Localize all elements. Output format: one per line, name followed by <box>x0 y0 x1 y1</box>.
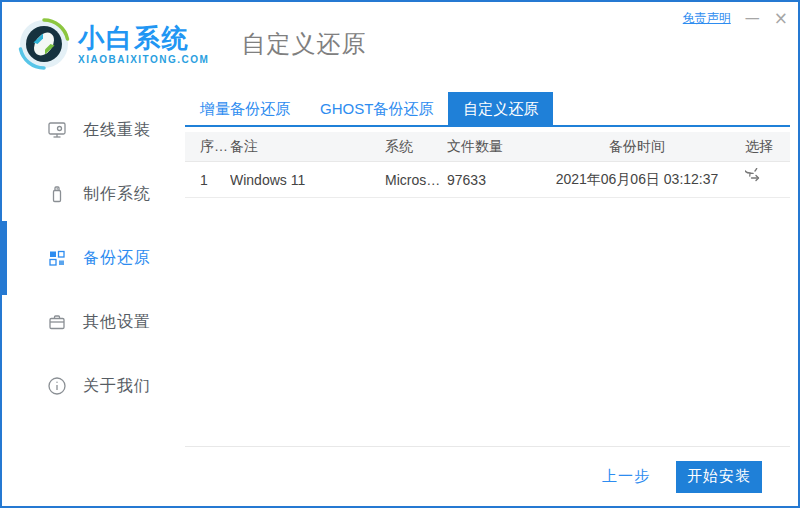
restore-icon[interactable] <box>745 168 765 188</box>
tab-incremental-backup-restore[interactable]: 增量备份还原 <box>185 92 305 125</box>
disclaimer-link[interactable]: 免责声明 <box>683 10 731 27</box>
close-icon[interactable]: × <box>774 11 788 26</box>
brand-text: 小白系统 XIAOBAIXITONG.COM <box>78 24 209 65</box>
page-title: 自定义还原 <box>241 28 366 60</box>
col-header-select: 选择 <box>740 138 790 156</box>
header: 小白系统 XIAOBAIXITONG.COM 自定义还原 <box>2 2 798 86</box>
sidebar-item-label: 制作系统 <box>83 184 151 205</box>
tab-ghost-backup-restore[interactable]: GHOST备份还原 <box>305 92 448 125</box>
active-indicator <box>2 221 7 295</box>
col-header-note: 备注 <box>230 138 385 156</box>
row-backup-time: 2021年06月06日 03:12:37 <box>540 171 740 189</box>
app-window: 免责声明 — × 小白系统 XIAOBAIXITONG.COM 自定义还原 <box>0 0 800 508</box>
sidebar-item-label: 备份还原 <box>83 248 151 269</box>
tab-custom-restore[interactable]: 自定义还原 <box>448 92 553 125</box>
row-select <box>740 168 790 191</box>
table-row: 1 Windows 11 Microsoft... 97633 2021年06月… <box>185 162 790 198</box>
content: 增量备份还原 GHOST备份还原 自定义还原 序号 备注 系统 文件数量 备份时… <box>185 86 798 506</box>
content-spacer <box>185 198 790 446</box>
col-header-system: 系统 <box>385 138 447 156</box>
sidebar-item-backup-restore[interactable]: 备份还原 <box>2 226 185 290</box>
col-header-backup-time: 备份时间 <box>540 138 740 156</box>
sidebar-item-online-reinstall[interactable]: 在线重装 <box>2 98 185 162</box>
row-index: 1 <box>185 172 230 188</box>
start-install-button[interactable]: 开始安装 <box>676 461 762 493</box>
col-header-file-count: 文件数量 <box>447 138 540 156</box>
minimize-icon[interactable]: — <box>745 11 760 26</box>
footer: 上一步 开始安装 <box>185 446 790 506</box>
sidebar-item-make-system[interactable]: 制作系统 <box>2 162 185 226</box>
sidebar-item-label: 在线重装 <box>83 120 151 141</box>
row-note: Windows 11 <box>230 172 385 188</box>
usb-drive-icon <box>46 183 68 205</box>
previous-step-button[interactable]: 上一步 <box>602 467 650 486</box>
sidebar: 在线重装 制作系统 备份还原 <box>2 86 185 506</box>
brand-domain: XIAOBAIXITONG.COM <box>78 54 209 65</box>
blocks-icon <box>46 247 68 269</box>
toolbox-icon <box>46 311 68 333</box>
main: 在线重装 制作系统 备份还原 <box>2 86 798 506</box>
brand-name: 小白系统 <box>78 24 209 52</box>
info-icon <box>46 375 68 397</box>
tab-bar: 增量备份还原 GHOST备份还原 自定义还原 <box>185 92 790 127</box>
monitor-icon <box>46 119 68 141</box>
titlebar-controls: 免责声明 — × <box>683 10 788 27</box>
sidebar-item-about-us[interactable]: 关于我们 <box>2 354 185 418</box>
logo-globe-icon <box>18 18 70 70</box>
backup-table: 序号 备注 系统 文件数量 备份时间 选择 1 Windows 11 Micro… <box>185 132 790 198</box>
sidebar-item-label: 其他设置 <box>83 312 151 333</box>
table-header-row: 序号 备注 系统 文件数量 备份时间 选择 <box>185 132 790 162</box>
col-header-index: 序号 <box>185 138 230 156</box>
app-logo: 小白系统 XIAOBAIXITONG.COM <box>18 18 209 70</box>
sidebar-item-label: 关于我们 <box>83 376 151 397</box>
row-system: Microsoft... <box>385 172 447 188</box>
row-file-count: 97633 <box>447 172 540 188</box>
sidebar-item-other-settings[interactable]: 其他设置 <box>2 290 185 354</box>
